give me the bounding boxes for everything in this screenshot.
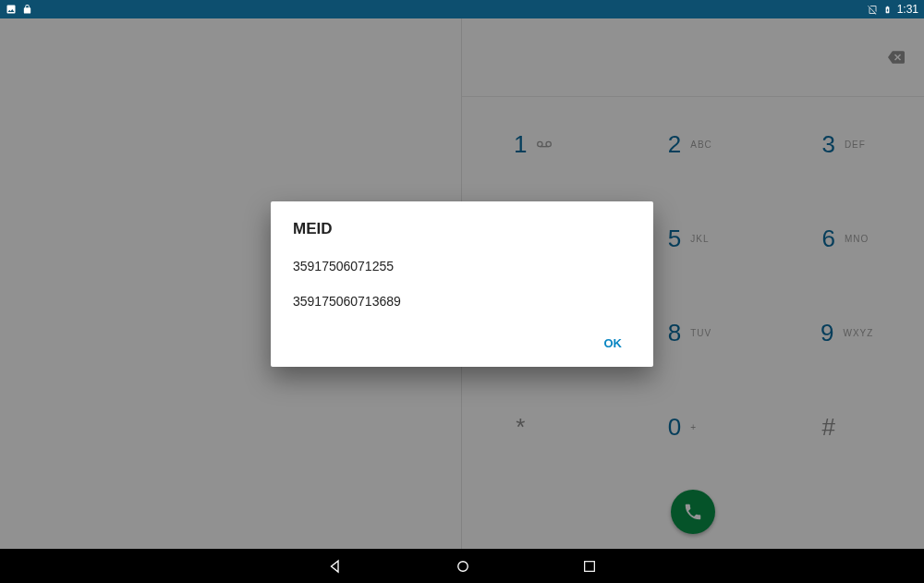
recents-icon[interactable] [582, 559, 597, 574]
dialog-scrim[interactable]: MEID 35917506071255 359175060713689 OK [0, 18, 924, 549]
screenshot-icon [6, 4, 17, 15]
dialog-title: MEID [293, 220, 631, 238]
meid-dialog: MEID 35917506071255 359175060713689 OK [271, 201, 653, 367]
navigation-bar [0, 549, 924, 583]
meid-line-2: 359175060713689 [293, 294, 631, 309]
status-time: 1:31 [897, 3, 918, 16]
status-bar: 1:31 [0, 0, 924, 18]
svg-point-3 [458, 561, 468, 571]
home-icon[interactable] [455, 558, 471, 575]
meid-line-1: 35917506071255 [293, 259, 631, 273]
lock-icon [22, 4, 32, 15]
ok-button[interactable]: OK [595, 329, 632, 358]
back-icon[interactable] [327, 558, 344, 575]
battery-charging-icon [883, 4, 892, 16]
no-sim-icon [867, 4, 878, 15]
svg-rect-4 [585, 561, 595, 571]
